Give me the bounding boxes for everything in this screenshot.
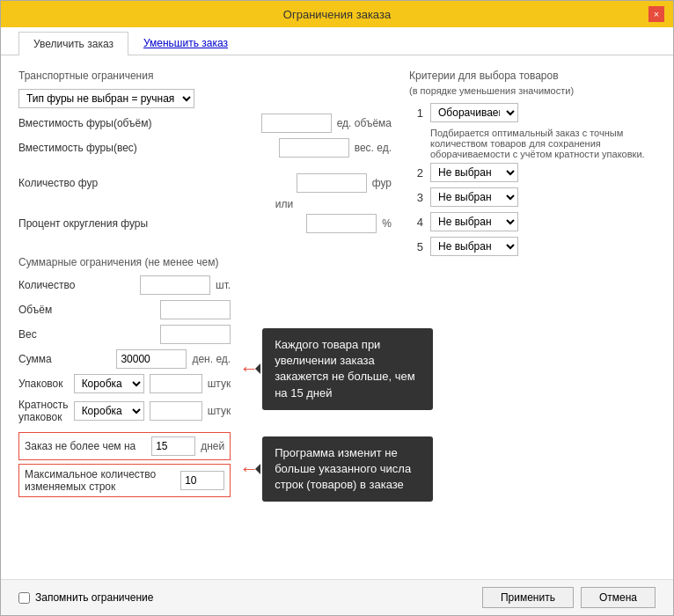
criteria-row-3: 3 Не выбран [409, 187, 656, 207]
mult-unit: штук [208, 405, 231, 417]
packs-input[interactable] [150, 374, 202, 393]
summary-form: Количество шт. Объём Вес [18, 275, 231, 502]
tooltip1-box: Каждого товара при увеличении заказа зак… [262, 328, 433, 410]
criteria-row-5: 5 Не выбран [409, 237, 656, 256]
criteria-row-2: 2 Не выбран [409, 163, 656, 182]
mult-container: Кратность упаковок Коробка штук [18, 399, 231, 427]
tab-decrease[interactable]: Уменьшить заказ [128, 31, 243, 55]
summary-weight-row: Вес [18, 325, 231, 344]
packs-row: Упаковок Коробка штук [18, 374, 231, 393]
volume-unit: ед. объёма [337, 117, 392, 129]
left-column: Транспортные ограничения Тип фуры не выб… [18, 70, 392, 502]
weight-input[interactable] [279, 138, 349, 158]
criteria-row-4: 4 Не выбран [409, 212, 656, 231]
summary-section-title: Суммарные ограничения (не менее чем) [18, 256, 392, 268]
rounding-label: Процент округления фуры [18, 217, 301, 230]
criteria-num-4: 4 [409, 216, 423, 229]
summary-quantity-label: Количество [18, 279, 135, 291]
main-window: Ограничения заказа × Увеличить заказ Уме… [0, 0, 674, 616]
criteria-title: Критерии для выбора товаров [409, 70, 656, 82]
window-title: Ограничения заказа [26, 8, 648, 21]
summary-quantity-input[interactable] [140, 275, 210, 295]
tabs-bar: Увеличить заказ Уменьшить заказ [1, 31, 673, 55]
remember-checkbox[interactable] [18, 592, 30, 604]
content-area: Транспортные ограничения Тип фуры не выб… [1, 55, 673, 579]
quantity-input[interactable] [297, 173, 367, 193]
button-group: Применить Отмена [482, 587, 656, 608]
volume-row: Вместимость фуры(объём) ед. объёма [18, 114, 392, 133]
summary-quantity-row: Количество шт. [18, 275, 231, 295]
volume-input[interactable] [261, 114, 332, 133]
summary-volume-input[interactable] [160, 300, 231, 319]
summary-weight-input[interactable] [160, 325, 231, 344]
truck-type-row: Тип фуры не выбран = ручная установка [18, 89, 392, 108]
rounding-unit: % [382, 217, 392, 230]
packs-unit: штук [208, 378, 231, 390]
packs-select[interactable]: Коробка [74, 374, 144, 393]
remember-label: Запомнить ограничение [35, 591, 153, 604]
packs-label: Упаковок [18, 378, 69, 390]
apply-button[interactable]: Применить [482, 587, 574, 608]
rounding-row: Процент округления фуры % [18, 214, 392, 233]
criteria-row-1: 1 Оборачиваемость [409, 103, 656, 122]
order-days-unit: дней [201, 440, 224, 452]
mult-input[interactable] [150, 401, 202, 421]
summary-sum-row: Сумма ден. ед. [18, 349, 231, 369]
rounding-input[interactable] [306, 214, 377, 233]
max-rows-row: Максимальное количество изменяемых строк [18, 464, 231, 497]
summary-weight-label: Вес [18, 328, 155, 341]
max-rows-input[interactable] [180, 471, 224, 490]
criteria-num-5: 5 [409, 240, 423, 253]
criteria-select-1[interactable]: Оборачиваемость [430, 103, 518, 122]
weight-row: Вместимость фуры(вес) вес. ед. [18, 138, 392, 158]
tooltip2-text: Программа изменит не больше указанного ч… [275, 446, 411, 491]
weight-unit: вес. ед. [355, 142, 392, 154]
truck-type-select[interactable]: Тип фуры не выбран = ручная установка [18, 89, 194, 108]
criteria-select-2[interactable]: Не выбран [430, 163, 518, 182]
title-bar: Ограничения заказа × [1, 1, 673, 27]
quantity-label: Количество фур [18, 177, 291, 189]
tooltip2-box: Программа изменит не больше указанного ч… [262, 436, 433, 502]
criteria-num-1: 1 [409, 106, 423, 120]
mult-select[interactable]: Коробка [74, 401, 144, 421]
mult-label: Кратность упаковок [18, 399, 69, 423]
tooltip2-wrapper: ← Программа изменит не больше указанного… [239, 436, 433, 502]
criteria-num-3: 3 [409, 191, 423, 204]
volume-label: Вместимость фуры(объём) [18, 117, 256, 129]
criteria-num-2: 2 [409, 166, 423, 180]
transport-section-title: Транспортные ограничения [18, 70, 392, 82]
order-days-label: Заказ не более чем на [25, 440, 146, 452]
tooltip1-text: Каждого товара при увеличении заказа зак… [275, 338, 414, 400]
close-button[interactable]: × [648, 6, 664, 22]
tab-increase[interactable]: Увеличить заказ [18, 32, 128, 55]
criteria-desc-1: Подбирается оптимальный заказ с точным к… [430, 128, 656, 159]
criteria-select-4[interactable]: Не выбран [430, 212, 518, 231]
max-rows-label: Максимальное количество изменяемых строк [25, 468, 175, 493]
order-days-row: Заказ не более чем на дней [18, 432, 231, 460]
tooltip-column: ← Каждого товара при увеличении заказа з… [239, 275, 433, 502]
remember-row: Запомнить ограничение [18, 591, 153, 604]
criteria-subtitle: (в порядке уменьшения значимости) [409, 85, 656, 96]
criteria-select-3[interactable]: Не выбран [430, 187, 518, 207]
summary-sum-label: Сумма [18, 353, 111, 365]
cancel-button[interactable]: Отмена [581, 587, 656, 608]
mult-row: Кратность упаковок Коробка штук [18, 399, 231, 423]
summary-volume-label: Объём [18, 304, 155, 316]
summary-volume-row: Объём [18, 300, 231, 319]
weight-label: Вместимость фуры(вес) [18, 142, 274, 154]
order-days-input[interactable] [151, 436, 195, 456]
summary-sum-input[interactable] [116, 349, 187, 369]
summary-layout: Количество шт. Объём Вес [18, 275, 392, 502]
or-text: или [18, 198, 392, 210]
two-column-layout: Транспортные ограничения Тип фуры не выб… [18, 70, 656, 502]
quantity-row: Количество фур фур [18, 173, 392, 193]
quantity-unit: фур [372, 177, 392, 189]
summary-quantity-unit: шт. [216, 279, 231, 291]
right-column: Критерии для выбора товаров (в порядке у… [409, 70, 656, 502]
tooltip1-wrapper: ← Каждого товара при увеличении заказа з… [239, 328, 433, 410]
criteria-select-5[interactable]: Не выбран [430, 237, 518, 256]
summary-sum-unit: ден. ед. [192, 353, 231, 365]
bottom-bar: Запомнить ограничение Применить Отмена [1, 579, 673, 615]
